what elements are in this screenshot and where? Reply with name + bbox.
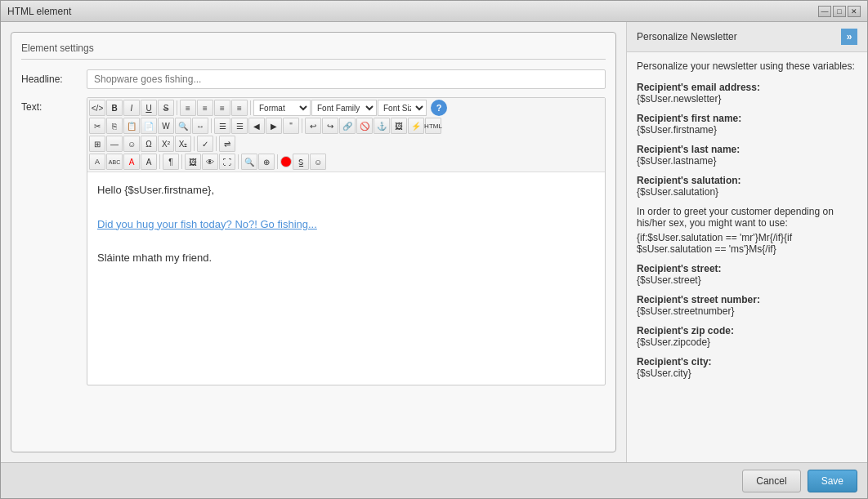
img-btn2[interactable]: 🖼 <box>185 154 201 170</box>
html-btn[interactable]: HTML <box>425 118 441 134</box>
headline-row: Headline: <box>21 69 606 89</box>
superscript-btn[interactable]: X² <box>158 136 174 152</box>
personalize-item-streetnumber: Recipient's street number: {$sUser.stree… <box>637 294 857 317</box>
indent-increase-btn[interactable]: ▶ <box>266 118 282 134</box>
align-justify-btn[interactable]: ≡ <box>231 100 248 116</box>
strikethrough-btn[interactable]: S <box>158 100 174 116</box>
zoom-btn[interactable]: ⊕ <box>258 154 275 170</box>
personalize-email-value: {$sUser.newsletter} <box>637 93 857 105</box>
cancel-button[interactable]: Cancel <box>742 470 800 492</box>
help-btn[interactable]: ? <box>431 100 447 116</box>
color-btn[interactable]: A <box>123 154 140 170</box>
underline-btn[interactable]: U <box>141 100 157 116</box>
preview-btn[interactable]: 👁 <box>202 154 218 170</box>
align-left-btn[interactable]: ≡ <box>180 100 196 116</box>
text-color2-btn[interactable] <box>280 156 292 167</box>
main-content: Element settings Headline: Text: <box>1 22 867 462</box>
editor-field: </> B I U S ≡ ≡ ≡ ≡ <box>87 97 606 385</box>
undo-btn[interactable]: ↩ <box>305 118 321 134</box>
cut-btn[interactable]: ✂ <box>89 118 105 134</box>
headline-input[interactable] <box>87 69 606 89</box>
font-family-select[interactable]: Font Family <box>311 100 377 116</box>
element-settings-legend: Element settings <box>21 42 606 60</box>
personalize-firstname-label: Recipient's first name: <box>637 113 857 124</box>
save-button[interactable]: Save <box>808 470 857 492</box>
bold-btn[interactable]: B <box>106 100 123 116</box>
redo-btn[interactable]: ↪ <box>322 118 338 134</box>
list-ordered-btn[interactable]: ☰ <box>231 118 248 134</box>
personalize-city-label: Recipient's city: <box>637 356 857 368</box>
link-btn[interactable]: 🔗 <box>339 118 356 134</box>
left-panel: Element settings Headline: Text: <box>1 22 626 462</box>
image-btn[interactable]: 🖼 <box>391 118 407 134</box>
font-format-btn[interactable]: A <box>89 154 105 170</box>
minimize-button[interactable]: — <box>818 6 831 17</box>
sep-7 <box>159 154 160 169</box>
table-btn[interactable]: ⊞ <box>89 136 105 152</box>
indent-decrease-btn[interactable]: ◀ <box>248 118 265 134</box>
personalize-item-city: Recipient's city: {$sUser.city} <box>637 356 857 379</box>
subscript-btn[interactable]: X₂ <box>175 136 191 152</box>
source-btn[interactable]: </> <box>89 100 105 116</box>
personalize-email-label: Recipient's email address: <box>637 82 857 93</box>
toolbar-row-1: </> B I U S ≡ ≡ ≡ ≡ <box>89 100 603 116</box>
personalize-item-salutation: Recipient's salutation: {$sUser.salutati… <box>637 175 857 198</box>
fullscreen-btn[interactable]: ⛶ <box>219 154 235 170</box>
list-unordered-btn[interactable]: ☰ <box>214 118 230 134</box>
paste-text-btn[interactable]: 📄 <box>141 118 157 134</box>
editor-line-1: Hello {$sUser.firstname}, <box>97 182 595 199</box>
toolbar-row-2: ✂ ⎘ 📋 📄 W 🔍 ↔ ☰ ☰ <box>89 118 603 134</box>
find-btn[interactable]: 🔍 <box>175 118 191 134</box>
paste-word-btn[interactable]: W <box>158 118 174 134</box>
headline-label: Headline: <box>21 69 87 85</box>
personalize-body: Personalize your newsletter using these … <box>627 52 867 462</box>
personalize-header: Personalize Newsletter » <box>627 22 867 52</box>
editor-toolbar: </> B I U S ≡ ≡ ≡ ≡ <box>87 98 605 172</box>
sep-8 <box>181 154 182 169</box>
flash-btn[interactable]: ⚡ <box>408 118 424 134</box>
editor-line-2: Did you hug your fish today? No?! Go fis… <box>97 216 595 234</box>
title-bar: HTML element — □ ✕ <box>1 1 867 22</box>
unlink-btn[interactable]: 🚫 <box>356 118 373 134</box>
personalize-greet-text: In order to greet your customer dependin… <box>637 206 857 229</box>
para-btn[interactable]: ¶ <box>163 154 179 170</box>
align-center-btn[interactable]: ≡ <box>197 100 213 116</box>
personalize-street-label: Recipient's street: <box>637 263 857 274</box>
special-char-btn[interactable]: Ω <box>141 136 157 152</box>
smiley-btn[interactable]: ☺ <box>123 136 140 152</box>
personalize-streetnumber-value: {$sUser.streetnumber} <box>637 305 857 317</box>
personalize-salutation-label: Recipient's salutation: <box>637 175 857 186</box>
emoji-btn[interactable]: ☺ <box>310 154 326 170</box>
blockquote-btn[interactable]: " <box>283 118 299 134</box>
personalize-city-value: {$sUser.city} <box>637 368 857 379</box>
main-window: HTML element — □ ✕ Element settings Head… <box>0 0 868 499</box>
personalize-toggle-btn[interactable]: » <box>841 29 857 45</box>
paste-btn[interactable]: 📋 <box>123 118 140 134</box>
abc-btn[interactable]: ABC <box>106 154 123 170</box>
close-button[interactable]: ✕ <box>848 6 861 17</box>
sep-4 <box>302 118 302 133</box>
format-select[interactable]: Format <box>253 100 311 116</box>
right-panel: Personalize Newsletter » Personalize you… <box>626 22 867 462</box>
personalize-lastname-label: Recipient's last name: <box>637 144 857 155</box>
text-dir-btn[interactable]: ⇌ <box>219 136 235 152</box>
font-size-select[interactable]: Font Size <box>378 100 427 116</box>
element-settings-box: Element settings Headline: Text: <box>11 32 616 452</box>
text-label: Text: <box>21 97 87 113</box>
text-shadow-btn[interactable]: S̲ <box>293 154 309 170</box>
editor-content[interactable]: Hello {$sUser.firstname}, Did you hug yo… <box>87 172 605 385</box>
personalize-zipcode-label: Recipient's zip code: <box>637 325 857 336</box>
anchor-btn[interactable]: ⚓ <box>374 118 390 134</box>
maximize-button[interactable]: □ <box>833 6 846 17</box>
rule-btn[interactable]: — <box>106 136 123 152</box>
replace-btn[interactable]: ↔ <box>192 118 208 134</box>
search-btn[interactable]: 🔍 <box>241 154 257 170</box>
copy-btn[interactable]: ⎘ <box>106 118 123 134</box>
align-right-btn[interactable]: ≡ <box>214 100 230 116</box>
spell-check-btn[interactable]: ✓ <box>197 136 213 152</box>
editor-line-3: Sláinte mhath my friend. <box>97 250 595 267</box>
personalize-street-value: {$sUser.street} <box>637 274 857 286</box>
bg-color-btn[interactable]: A <box>141 154 157 170</box>
personalize-greet-block: In order to greet your customer dependin… <box>637 206 857 255</box>
italic-btn[interactable]: I <box>123 100 140 116</box>
